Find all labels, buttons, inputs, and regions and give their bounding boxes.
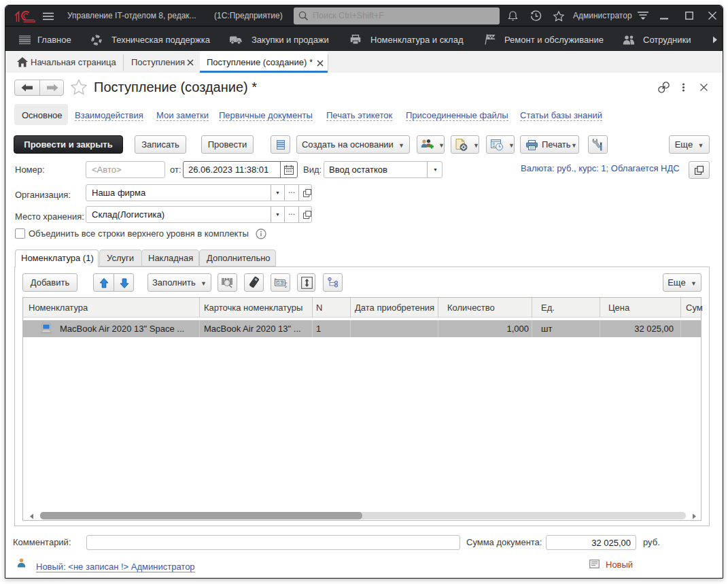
- svg-text:0-9: 0-9: [277, 280, 283, 285]
